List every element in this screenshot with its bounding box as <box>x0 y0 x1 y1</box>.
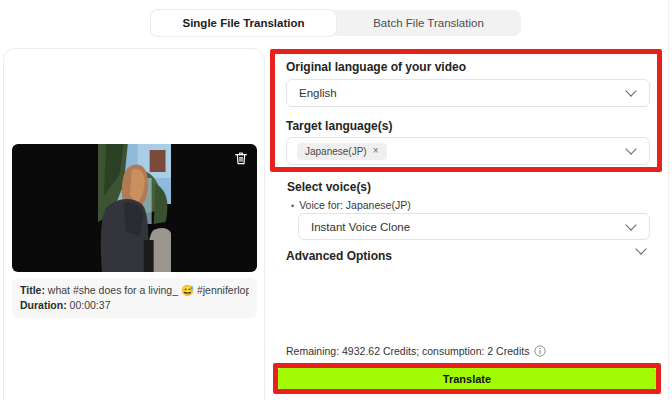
voice-value: Instant Voice Clone <box>311 221 410 233</box>
translate-button[interactable]: Translate <box>278 368 656 389</box>
duration-label: Duration: <box>20 299 67 311</box>
target-language-tag-label: Japanese(JP) <box>305 146 367 157</box>
original-language-select[interactable]: English <box>286 79 650 107</box>
video-frame <box>98 144 172 272</box>
chevron-down-icon <box>625 219 636 230</box>
title-value: what #she does for a living_ 😅 #jennifer… <box>48 284 249 296</box>
voice-for-line: •Voice for: Japanese(JP) <box>291 199 411 211</box>
tab-single-file-translation[interactable]: Single File Translation <box>151 10 336 36</box>
page-edge-divider <box>668 0 669 400</box>
video-translation-page: Single File Translation Batch File Trans… <box>0 0 672 400</box>
credits-info: Remaining: 4932.62 Credits; consumption:… <box>286 345 546 357</box>
tab-batch-file-translation[interactable]: Batch File Translation <box>336 10 521 36</box>
chevron-down-icon[interactable] <box>635 243 646 254</box>
credits-text: Remaining: 4932.62 Credits; consumption:… <box>286 345 529 357</box>
chevron-down-icon <box>625 85 636 96</box>
video-title: Title: what #she does for a living_ 😅 #j… <box>20 283 249 298</box>
delete-video-button[interactable] <box>233 150 249 166</box>
target-language-select[interactable]: Japanese(JP) × <box>286 137 650 165</box>
bullet-icon: • <box>291 201 294 211</box>
original-language-value: English <box>299 87 337 99</box>
advanced-options-toggle[interactable]: Advanced Options <box>286 249 392 263</box>
x-icon[interactable]: × <box>373 146 379 156</box>
original-language-label: Original language of your video <box>286 60 466 74</box>
voice-select[interactable]: Instant Voice Clone <box>298 213 650 240</box>
info-icon[interactable] <box>534 345 546 357</box>
voice-for-label: Voice for: Japanese(JP) <box>299 199 410 211</box>
target-language-label: Target language(s) <box>286 119 392 133</box>
video-meta: Title: what #she does for a living_ 😅 #j… <box>12 278 257 318</box>
chevron-down-icon <box>625 143 636 154</box>
title-label: Title: <box>20 284 45 296</box>
video-preview-card: Title: what #she does for a living_ 😅 #j… <box>3 48 265 400</box>
duration-value: 00:00:37 <box>70 299 111 311</box>
video-thumbnail <box>12 144 257 272</box>
target-language-tag: Japanese(JP) × <box>297 143 387 160</box>
trash-icon <box>233 150 249 166</box>
video-duration: Duration: 00:00:37 <box>20 298 249 313</box>
select-voice-label: Select voice(s) <box>287 180 371 194</box>
translation-mode-tabs: Single File Translation Batch File Trans… <box>151 10 521 36</box>
